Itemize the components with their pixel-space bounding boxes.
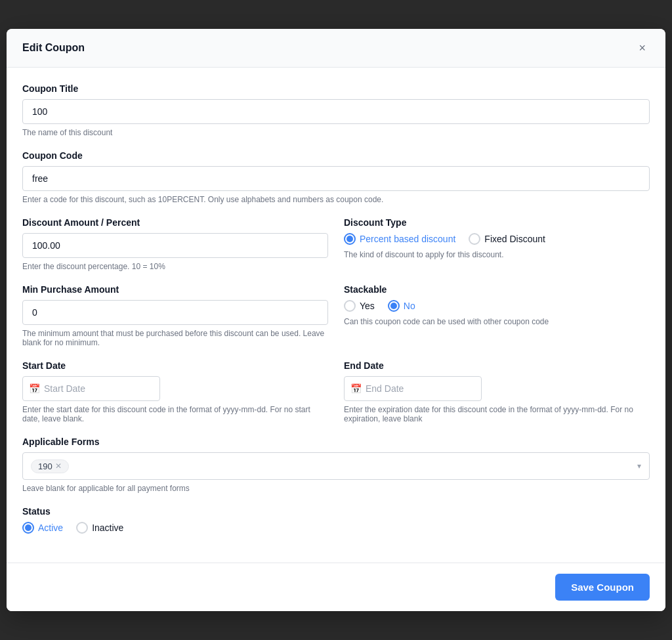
- min-purchase-hint: The minimum amount that must be purchase…: [22, 329, 328, 347]
- save-coupon-button[interactable]: Save Coupon: [555, 574, 650, 601]
- discount-amount-group: Discount Amount / Percent Enter the disc…: [22, 217, 328, 271]
- discount-type-label: Discount Type: [344, 217, 650, 228]
- coupon-title-input[interactable]: [22, 99, 650, 124]
- coupon-code-hint: Enter a code for this discount, such as …: [22, 195, 650, 204]
- discount-row: Discount Amount / Percent Enter the disc…: [22, 217, 650, 284]
- status-group: Status Active Inactive: [22, 506, 650, 534]
- discount-type-group: Discount Type Percent based discount Fix…: [344, 217, 650, 271]
- form-tag-190: 190 ✕: [31, 459, 69, 473]
- edit-coupon-modal: Edit Coupon × Coupon Title The name of t…: [7, 29, 665, 611]
- modal-footer: Save Coupon: [7, 563, 665, 611]
- end-date-hint: Enter the expiration date for this disco…: [344, 405, 650, 423]
- end-date-group: End Date 📅 Enter the expiration date for…: [344, 360, 650, 423]
- fixed-label: Fixed Discount: [484, 234, 545, 244]
- end-date-input[interactable]: [344, 376, 482, 401]
- modal-title: Edit Coupon: [22, 42, 85, 54]
- status-active[interactable]: Active: [22, 522, 63, 534]
- stackable-label: Stackable: [344, 284, 650, 295]
- discount-type-percent[interactable]: Percent based discount: [344, 233, 455, 245]
- stackable-group: Stackable Yes No Can this coupon code ca…: [344, 284, 650, 347]
- discount-amount-hint: Enter the discount percentage. 10 = 10%: [22, 262, 328, 271]
- active-label: Active: [38, 523, 63, 533]
- start-date-input[interactable]: [22, 376, 160, 401]
- fixed-radio-circle: [469, 233, 480, 245]
- close-button[interactable]: ×: [635, 41, 650, 55]
- start-date-icon: 📅: [29, 383, 40, 394]
- applicable-forms-tags: 190 ✕: [31, 459, 69, 473]
- min-purchase-group: Min Purchase Amount The minimum amount t…: [22, 284, 328, 347]
- end-date-wrapper: 📅: [344, 376, 650, 401]
- status-inactive[interactable]: Inactive: [76, 522, 123, 534]
- end-date-icon: 📅: [350, 383, 362, 394]
- discount-type-hint: The kind of discount to apply for this d…: [344, 250, 650, 259]
- applicable-forms-input[interactable]: 190 ✕ ▾: [22, 452, 650, 480]
- no-radio-circle: [388, 300, 400, 312]
- no-label: No: [404, 301, 415, 311]
- stackable-yes[interactable]: Yes: [344, 300, 375, 312]
- percent-radio-circle: [344, 233, 356, 245]
- inactive-radio-circle: [76, 522, 88, 534]
- yes-label: Yes: [360, 301, 375, 311]
- status-options: Active Inactive: [22, 522, 650, 534]
- discount-type-fixed[interactable]: Fixed Discount: [469, 233, 545, 245]
- applicable-forms-hint: Leave blank for applicable for all payme…: [22, 484, 650, 493]
- modal-body: Coupon Title The name of this discount C…: [7, 68, 665, 563]
- discount-amount-label: Discount Amount / Percent: [22, 217, 328, 228]
- min-purchase-row: Min Purchase Amount The minimum amount t…: [22, 284, 650, 360]
- min-purchase-label: Min Purchase Amount: [22, 284, 328, 295]
- start-date-group: Start Date 📅 Enter the start date for th…: [22, 360, 328, 423]
- coupon-title-group: Coupon Title The name of this discount: [22, 83, 650, 137]
- modal-header: Edit Coupon ×: [7, 29, 665, 68]
- coupon-code-label: Coupon Code: [22, 150, 650, 161]
- yes-radio-circle: [344, 300, 356, 312]
- applicable-forms-group: Applicable Forms 190 ✕ ▾ Leave blank for…: [22, 437, 650, 493]
- stackable-hint: Can this coupon code can be used with ot…: [344, 317, 650, 326]
- modal-overlay: Edit Coupon × Coupon Title The name of t…: [0, 0, 672, 640]
- inactive-label: Inactive: [92, 523, 123, 533]
- start-date-label: Start Date: [22, 360, 328, 371]
- active-radio-circle: [22, 522, 34, 534]
- discount-amount-input[interactable]: [22, 233, 328, 258]
- tag-remove-icon[interactable]: ✕: [55, 462, 62, 470]
- coupon-code-group: Coupon Code Enter a code for this discou…: [22, 150, 650, 204]
- coupon-title-hint: The name of this discount: [22, 128, 650, 137]
- applicable-forms-label: Applicable Forms: [22, 437, 650, 447]
- percent-label: Percent based discount: [360, 234, 455, 244]
- stackable-no[interactable]: No: [388, 300, 415, 312]
- coupon-code-input[interactable]: [22, 166, 650, 191]
- min-purchase-input[interactable]: [22, 300, 328, 325]
- dates-row: Start Date 📅 Enter the start date for th…: [22, 360, 650, 437]
- status-label: Status: [22, 506, 650, 517]
- start-date-hint: Enter the start date for this discount c…: [22, 405, 328, 423]
- discount-type-options: Percent based discount Fixed Discount: [344, 233, 650, 245]
- stackable-options: Yes No: [344, 300, 650, 312]
- tag-value: 190: [38, 461, 52, 471]
- start-date-wrapper: 📅: [22, 376, 328, 401]
- end-date-label: End Date: [344, 360, 650, 371]
- coupon-title-label: Coupon Title: [22, 83, 650, 94]
- dropdown-arrow-icon: ▾: [637, 461, 641, 471]
